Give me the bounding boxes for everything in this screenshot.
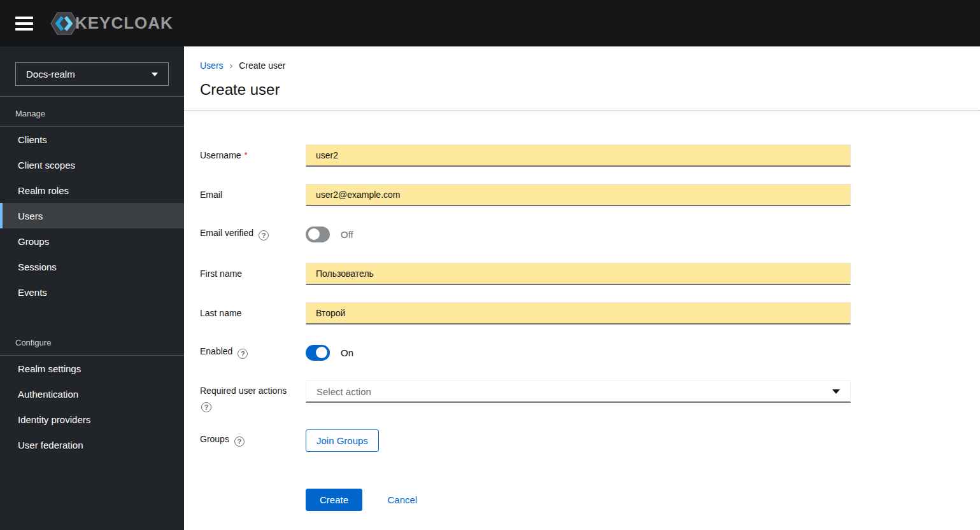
keycloak-logo[interactable]: KEYCLOAK [50, 11, 173, 36]
join-groups-button[interactable]: Join Groups [306, 429, 379, 452]
page-header: Users › Create user Create user [184, 46, 980, 111]
sidebar-item-realm-settings[interactable]: Realm settings [0, 356, 184, 381]
create-user-form: Username* Email Email verified [200, 144, 851, 511]
email-verified-label: Email verified? [200, 228, 306, 241]
first-name-input[interactable] [306, 263, 851, 285]
enabled-toggle[interactable] [306, 345, 330, 361]
form-row-required-user-actions: Required user actions ? Select action [200, 380, 851, 412]
sidebar-item-user-federation[interactable]: User federation [0, 432, 184, 457]
sidebar-item-client-scopes[interactable]: Client scopes [0, 152, 184, 178]
username-label: Username* [200, 150, 306, 160]
main-content: Users › Create user Create user Username… [184, 46, 980, 530]
sidebar-item-users[interactable]: Users [0, 203, 184, 228]
enabled-help-icon[interactable]: ? [238, 349, 248, 359]
form-row-email: Email [200, 183, 851, 206]
sidebar-item-events[interactable]: Events [0, 279, 184, 305]
email-verified-help-icon[interactable]: ? [259, 230, 269, 241]
toggle-knob [316, 347, 327, 358]
breadcrumb-separator-icon: › [230, 60, 233, 71]
select-placeholder: Select action [316, 386, 371, 397]
nav-section-header-manage: Manage [0, 97, 184, 127]
form-row-first-name: First name [200, 262, 851, 285]
first-name-label: First name [200, 268, 306, 279]
last-name-input[interactable] [306, 302, 851, 324]
sidebar: Docs-realm Manage Clients Client scopes … [0, 46, 184, 530]
groups-help-icon[interactable]: ? [234, 436, 245, 447]
username-input[interactable] [306, 144, 851, 167]
logo-text: KEYCLOAK [75, 13, 173, 33]
realm-name: Docs-realm [26, 69, 75, 80]
nav-section-configure: Configure Realm settings Authentication … [0, 326, 184, 457]
create-user-form-area: Username* Email Email verified [184, 111, 980, 511]
realm-selector-block: Docs-realm [0, 46, 184, 97]
page-title: Create user [200, 81, 965, 99]
form-row-username: Username* [200, 144, 851, 167]
email-input[interactable] [306, 184, 851, 206]
breadcrumb-current: Create user [239, 60, 285, 71]
realm-selector[interactable]: Docs-realm [15, 62, 169, 86]
sidebar-item-realm-roles[interactable]: Realm roles [0, 178, 184, 203]
required-user-actions-help-icon[interactable]: ? [201, 402, 211, 412]
form-row-last-name: Last name [200, 302, 851, 324]
create-button[interactable]: Create [306, 489, 362, 511]
sidebar-item-identity-providers[interactable]: Identity providers [0, 407, 184, 432]
email-verified-state: Off [341, 229, 353, 240]
sidebar-item-clients[interactable]: Clients [0, 127, 184, 152]
last-name-label: Last name [200, 308, 306, 318]
masthead: KEYCLOAK [0, 0, 980, 46]
enabled-state: On [341, 347, 353, 358]
cancel-button[interactable]: Cancel [387, 494, 417, 505]
form-row-groups: Groups? Join Groups [200, 429, 851, 452]
sidebar-item-authentication[interactable]: Authentication [0, 381, 184, 407]
required-user-actions-select[interactable]: Select action [306, 380, 851, 403]
caret-down-icon [152, 73, 158, 76]
select-caret-down-icon [832, 389, 840, 394]
sidebar-item-sessions[interactable]: Sessions [0, 254, 184, 279]
sidebar-item-groups[interactable]: Groups [0, 228, 184, 254]
required-user-actions-label: Required user actions ? [200, 380, 306, 412]
toggle-knob [308, 228, 320, 240]
groups-label: Groups? [200, 434, 306, 447]
hamburger-menu-icon[interactable] [15, 17, 33, 31]
nav-section-manage: Manage Clients Client scopes Realm roles… [0, 97, 184, 305]
email-label: Email [200, 190, 306, 200]
form-row-email-verified: Email verified? Off [200, 223, 851, 246]
enabled-label: Enabled? [200, 346, 306, 359]
nav-section-header-configure: Configure [0, 326, 184, 356]
form-actions: Create Cancel [200, 489, 851, 511]
email-verified-toggle[interactable] [306, 227, 330, 242]
required-asterisk: * [245, 150, 248, 160]
breadcrumb-link-users[interactable]: Users [200, 60, 224, 71]
form-row-enabled: Enabled? On [200, 341, 851, 364]
breadcrumb: Users › Create user [200, 60, 965, 71]
